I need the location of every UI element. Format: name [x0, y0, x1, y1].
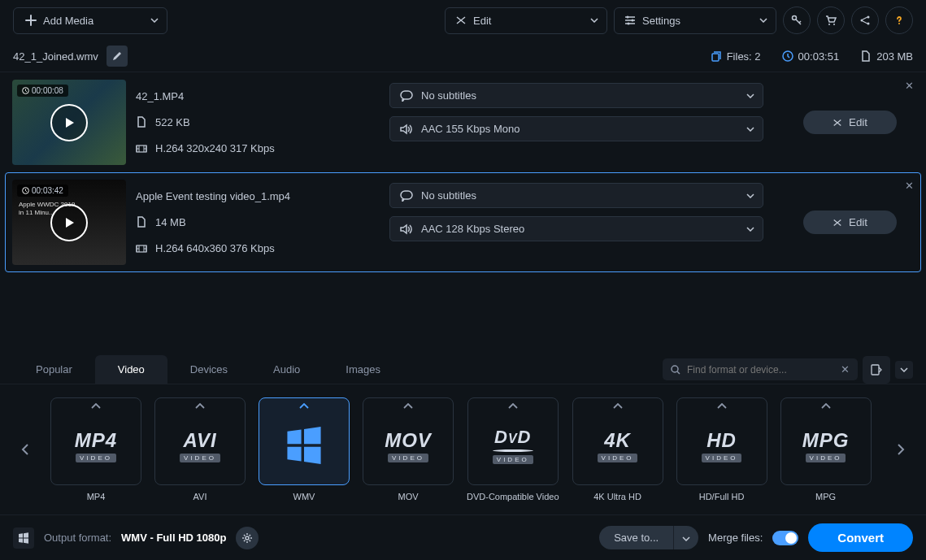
svg-point-5: [833, 24, 835, 25]
audio-dropdown[interactable]: AAC 128 Kbps Stereo: [389, 216, 763, 241]
tools-icon: [833, 118, 842, 128]
file-row[interactable]: 00:00:08 42_1.MP4 522 KB H.264 320x240 3…: [5, 72, 921, 172]
chevron-up-icon: [508, 403, 518, 410]
chevron-up-icon: [717, 403, 727, 410]
clock-icon: [782, 50, 793, 62]
svg-rect-10: [712, 54, 719, 61]
files-icon: [711, 50, 722, 62]
format-card-label: AVI: [193, 492, 207, 501]
format-card-label: DVD-Compatible Video: [467, 492, 559, 501]
file-size: 14 MB: [136, 216, 380, 228]
chevron-down-icon: [590, 18, 598, 23]
output-settings-button[interactable]: [236, 527, 259, 549]
svg-rect-17: [401, 191, 412, 199]
format-card-mpg[interactable]: MPGVIDEO: [780, 397, 872, 485]
total-size: 203 MB: [860, 50, 913, 63]
chevron-down-icon: [900, 367, 908, 372]
format-card-dvd-compatible-video[interactable]: DVDVIDEO: [467, 397, 559, 485]
clock-icon: [22, 187, 29, 194]
format-card-hd-full-hd[interactable]: HDVIDEO: [676, 397, 767, 485]
chevron-up-icon: [299, 403, 309, 410]
help-icon: [893, 15, 905, 26]
play-icon: [63, 116, 76, 129]
formats-prev-button[interactable]: [13, 443, 37, 456]
format-search-input[interactable]: [687, 364, 834, 376]
format-card-4k-ultra-hd[interactable]: 4KVIDEO: [572, 397, 663, 485]
format-tab-popular[interactable]: Popular: [13, 355, 95, 384]
format-card-avi[interactable]: AVIVIDEO: [154, 397, 246, 485]
cart-icon: [825, 15, 837, 26]
key-button[interactable]: [783, 7, 811, 34]
chevron-up-icon: [613, 403, 623, 410]
file-icon: [136, 116, 147, 128]
edit-dropdown-label: Edit: [473, 15, 491, 27]
chevron-up-icon: [403, 403, 413, 410]
convert-button[interactable]: Convert: [808, 523, 913, 552]
subtitle-icon: [400, 190, 413, 202]
search-icon: [671, 365, 680, 375]
settings-dropdown[interactable]: Settings: [614, 7, 776, 34]
tools-icon: [455, 15, 467, 26]
pencil-icon: [112, 51, 122, 61]
svg-point-2: [628, 23, 630, 25]
merge-files-toggle[interactable]: [772, 531, 798, 545]
add-media-label: Add Media: [43, 15, 93, 27]
subtitle-dropdown[interactable]: No subtitles: [389, 183, 763, 208]
help-button[interactable]: [885, 7, 913, 34]
rename-button[interactable]: [107, 46, 128, 67]
remove-file-button[interactable]: ✕: [905, 180, 914, 192]
format-search[interactable]: ✕: [663, 358, 858, 380]
file-thumbnail[interactable]: 00:03:42 Apple WWDC 2019in 11 Minu...: [12, 180, 126, 265]
save-to-button[interactable]: Save to...: [599, 526, 698, 549]
play-icon: [63, 216, 76, 229]
format-tab-images[interactable]: Images: [323, 355, 403, 384]
file-edit-button[interactable]: Edit: [803, 211, 897, 234]
cart-button[interactable]: [817, 7, 845, 34]
chevron-down-icon: [746, 127, 754, 132]
chevron-up-icon: [91, 403, 101, 410]
file-codec: H.264 640x360 376 Kbps: [136, 242, 380, 254]
chevron-up-icon: [195, 403, 205, 410]
add-media-button[interactable]: Add Media: [13, 7, 167, 34]
format-card-label: MP4: [87, 492, 106, 501]
chevron-down-icon: [746, 193, 754, 198]
format-card-mov[interactable]: MOVVIDEO: [363, 397, 454, 485]
save-to-label[interactable]: Save to...: [599, 526, 673, 549]
svg-point-18: [672, 366, 678, 372]
formats-next-button[interactable]: [889, 443, 913, 456]
svg-point-0: [627, 16, 629, 19]
svg-point-3: [793, 16, 797, 20]
format-tab-devices[interactable]: Devices: [167, 355, 250, 384]
format-tab-audio[interactable]: Audio: [250, 355, 323, 384]
audio-dropdown[interactable]: AAC 155 Kbps Mono: [389, 116, 763, 141]
format-card-mp4[interactable]: MP4VIDEO: [50, 397, 141, 485]
output-format-value: WMV - Full HD 1080p: [121, 532, 226, 544]
file-thumbnail[interactable]: 00:00:08: [12, 80, 126, 165]
format-list-toggle[interactable]: [863, 356, 890, 384]
tools-icon: [833, 218, 842, 228]
svg-point-20: [246, 536, 249, 540]
remove-file-button[interactable]: ✕: [905, 80, 914, 92]
subtitle-dropdown[interactable]: No subtitles: [389, 83, 763, 108]
chevron-down-icon: [746, 93, 754, 98]
play-button[interactable]: [50, 104, 88, 141]
file-row[interactable]: 00:03:42 Apple WWDC 2019in 11 Minu... Ap…: [5, 172, 921, 272]
windows-icon: [18, 532, 29, 544]
format-tab-video[interactable]: Video: [95, 355, 167, 384]
grid-icon: [870, 363, 883, 376]
file-icon: [136, 216, 147, 228]
file-name: Apple Event testing video_1.mp4: [136, 190, 380, 202]
format-card-label: MOV: [398, 492, 418, 501]
chevron-left-icon: [21, 443, 29, 456]
save-to-dropdown[interactable]: [673, 526, 698, 549]
edit-dropdown[interactable]: Edit: [445, 7, 607, 34]
video-codec-icon: [136, 143, 147, 154]
clear-search-button[interactable]: ✕: [841, 363, 850, 376]
chevron-down-icon: [682, 536, 690, 541]
format-card-wmv[interactable]: [259, 397, 350, 485]
collapse-formats-button[interactable]: [895, 361, 913, 379]
chevron-down-icon: [150, 18, 159, 23]
share-button[interactable]: [851, 7, 879, 34]
windows-icon: [285, 426, 324, 465]
file-edit-button[interactable]: Edit: [803, 111, 897, 134]
